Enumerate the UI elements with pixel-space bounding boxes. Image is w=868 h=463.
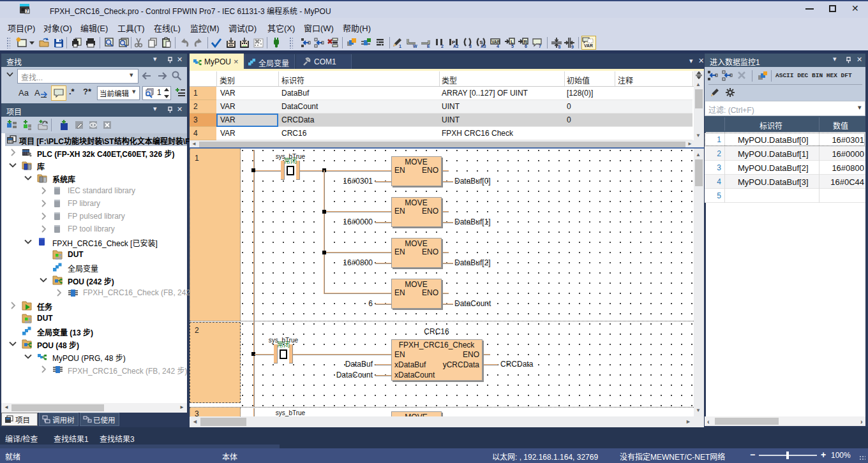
svg-text:VAR: VAR <box>584 43 593 48</box>
svg-text:3: 3 <box>469 44 472 48</box>
svg-text:6: 6 <box>525 44 527 48</box>
svg-text:9: 9 <box>571 45 574 49</box>
svg-text:7: 7 <box>26 9 29 13</box>
svg-text:W: W <box>413 44 417 48</box>
svg-text:8: 8 <box>558 45 561 49</box>
svg-text:VAR: VAR <box>491 40 500 44</box>
svg-text:4: 4 <box>497 44 499 48</box>
svg-text:5: 5 <box>511 44 514 48</box>
svg-text:1: 1 <box>399 44 401 48</box>
svg-text:A3: A3 <box>481 44 486 48</box>
svg-text:E: E <box>427 44 430 48</box>
svg-text:7: 7 <box>539 44 541 48</box>
svg-text:2: 2 <box>441 44 444 48</box>
svg-text:A2: A2 <box>453 44 459 48</box>
